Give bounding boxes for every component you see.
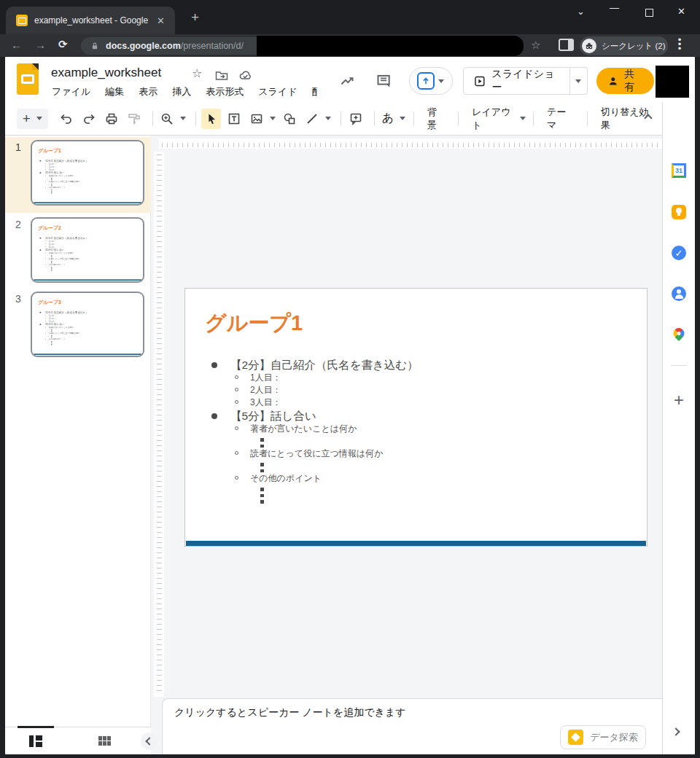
- account-avatar[interactable]: [656, 66, 689, 98]
- bullet-item: 3人目：: [185, 396, 626, 409]
- new-slide-button[interactable]: +: [17, 109, 48, 129]
- bullet-item: [185, 497, 626, 504]
- print-button[interactable]: [102, 109, 121, 129]
- get-addons-button[interactable]: +: [674, 390, 684, 410]
- insert-comment-button[interactable]: [346, 109, 365, 129]
- new-tab-button[interactable]: +: [191, 12, 199, 23]
- menu-item[interactable]: 編集: [105, 85, 124, 98]
- bullet-item: 読者にとって役に立つ情報は何か: [185, 448, 626, 460]
- insert-shape-button[interactable]: [280, 109, 299, 129]
- incognito-icon: [582, 39, 596, 53]
- slideshow-button[interactable]: スライドショー: [463, 67, 571, 95]
- url-path: /presentation/d/: [181, 41, 244, 51]
- move-folder-icon[interactable]: [214, 69, 229, 83]
- document-title[interactable]: example_worksheet: [51, 66, 161, 80]
- maps-icon[interactable]: [671, 326, 686, 341]
- menu-item[interactable]: 挿入: [172, 85, 191, 98]
- forward-icon[interactable]: →: [35, 39, 46, 51]
- thumbnail-preview[interactable]: グループ1【2分】自己紹介（氏名を書き込む）1人目：2人目：3人目：【5分】話し…: [31, 140, 144, 206]
- back-icon[interactable]: ←: [11, 39, 22, 51]
- tab-close-icon[interactable]: ✕: [157, 15, 165, 26]
- select-tool-button[interactable]: [201, 109, 220, 129]
- url-redaction-block: [257, 36, 524, 56]
- theme-button[interactable]: テーマ: [539, 106, 582, 132]
- menu-item[interactable]: ファイル: [52, 85, 90, 98]
- slideshow-play-icon: [474, 75, 486, 87]
- comment-history-icon[interactable]: [376, 72, 392, 90]
- menu-item[interactable]: スライド: [258, 85, 297, 98]
- activity-trend-icon[interactable]: [339, 72, 355, 90]
- browser-menu-icon[interactable]: •••: [677, 38, 682, 51]
- text-box-button[interactable]: [225, 109, 244, 129]
- layout-button[interactable]: レイアウト: [464, 106, 520, 132]
- insert-line-button[interactable]: [303, 109, 322, 129]
- layout-caret-icon[interactable]: [520, 117, 526, 120]
- thumbnail-preview[interactable]: グループ2【2分】自己紹介（氏名を書き込む）1人目：2人目：3人目：【5分】話し…: [31, 217, 144, 283]
- side-panel-icon[interactable]: [559, 39, 574, 51]
- slide-bullets[interactable]: 【2分】自己紹介（氏名を書き込む）1人目：2人目：3人目：【5分】話し合い著者が…: [185, 358, 626, 504]
- current-slide[interactable]: グループ1 【2分】自己紹介（氏名を書き込む）1人目：2人目：3人目：【5分】話…: [184, 288, 648, 547]
- thumbnail-number: 2: [15, 219, 21, 230]
- speaker-notes-placeholder[interactable]: クリックするとスピーカー ノートを追加できます: [174, 706, 405, 719]
- slide-thumbnail-2[interactable]: 2グループ2【2分】自己紹介（氏名を書き込む）1人目：2人目：3人目：【5分】話…: [5, 214, 151, 290]
- plus-icon: +: [23, 114, 31, 124]
- menu-item[interactable]: 表示形式: [206, 85, 244, 98]
- window-close-button[interactable]: ✕: [677, 6, 685, 17]
- window-minimize-button[interactable]: —: [610, 2, 619, 13]
- lock-icon: [90, 41, 100, 51]
- menu-bar: ファイル編集表示挿入表示形式スライド配置: [5, 85, 330, 98]
- undo-button[interactable]: [57, 109, 76, 129]
- redo-button[interactable]: [79, 109, 98, 129]
- image-caret-icon[interactable]: [270, 117, 276, 120]
- window-maximize-button[interactable]: [645, 9, 653, 17]
- zoom-caret-icon[interactable]: [180, 117, 186, 120]
- bullet-item: [185, 460, 626, 466]
- slide-thumbnail-3[interactable]: 3グループ3【2分】自己紹介（氏名を書き込む）1人目：2人目：3人目：【5分】話…: [5, 289, 151, 364]
- tab-search-chevron-icon[interactable]: ⌄: [577, 6, 585, 17]
- calendar-icon[interactable]: 31: [672, 163, 686, 178]
- toolbar: +: [5, 102, 662, 136]
- background-button[interactable]: 背景: [419, 106, 453, 132]
- explore-button[interactable]: データ探索: [560, 725, 646, 749]
- browser-tab[interactable]: example_worksheet - Google スラ ✕: [6, 7, 175, 34]
- vertical-ruler: [154, 152, 164, 697]
- collapse-filmstrip-button[interactable]: [141, 732, 158, 750]
- share-person-icon: [607, 75, 619, 87]
- slide-thumbnail-1[interactable]: 1グループ1【2分】自己紹介（氏名を書き込む）1人目：2人目：3人目：【5分】話…: [5, 137, 151, 213]
- slide-title[interactable]: グループ1: [205, 309, 303, 338]
- cloud-saved-icon[interactable]: [238, 69, 253, 83]
- incognito-badge[interactable]: シークレット (2): [580, 36, 668, 55]
- grid-view-icon[interactable]: [98, 736, 111, 746]
- contacts-icon[interactable]: [672, 286, 686, 301]
- slides-app: example_worksheet ☆ ファイル編集表示挿入表示形式スライド配置: [5, 57, 695, 754]
- menu-item[interactable]: 表示: [139, 85, 158, 98]
- text-format-tool[interactable]: あ: [380, 109, 396, 129]
- bullet-item: [34, 343, 138, 345]
- bullet-item: [185, 442, 626, 448]
- filmstrip-view-icon[interactable]: [29, 735, 42, 747]
- rail-divider: [671, 365, 687, 366]
- new-slide-caret-icon[interactable]: [36, 117, 42, 120]
- star-document-icon[interactable]: ☆: [192, 66, 202, 80]
- present-to-meet-button[interactable]: [409, 67, 453, 95]
- share-button[interactable]: 共有: [596, 68, 654, 94]
- insert-image-button[interactable]: [247, 109, 266, 129]
- expand-panel-icon[interactable]: [672, 727, 680, 735]
- tasks-icon[interactable]: ✓: [672, 246, 686, 260]
- present-dropdown-caret-icon[interactable]: [438, 79, 444, 83]
- keep-icon[interactable]: [672, 205, 686, 219]
- bullet-item: [185, 491, 626, 498]
- paint-format-button[interactable]: [125, 109, 144, 129]
- zoom-button[interactable]: [158, 109, 176, 129]
- slide-canvas: グループ1 【2分】自己紹介（氏名を書き込む）1人目：2人目：3人目：【5分】話…: [151, 136, 662, 754]
- bullet-item: [34, 269, 138, 270]
- explore-icon: [568, 730, 583, 745]
- slideshow-dropdown-button[interactable]: [570, 67, 587, 95]
- bullet-item: その他のポイント: [185, 472, 626, 485]
- text-format-caret-icon[interactable]: [400, 117, 405, 120]
- line-caret-icon[interactable]: [325, 117, 331, 120]
- thumbnail-preview[interactable]: グループ3【2分】自己紹介（氏名を書き込む）1人目：2人目：3人目：【5分】話し…: [31, 292, 144, 357]
- bookmark-star-icon[interactable]: ☆: [531, 39, 540, 52]
- reload-icon[interactable]: ⟳: [58, 38, 68, 51]
- filmstrip-panel: 1グループ1【2分】自己紹介（氏名を書き込む）1人目：2人目：3人目：【5分】話…: [5, 136, 151, 727]
